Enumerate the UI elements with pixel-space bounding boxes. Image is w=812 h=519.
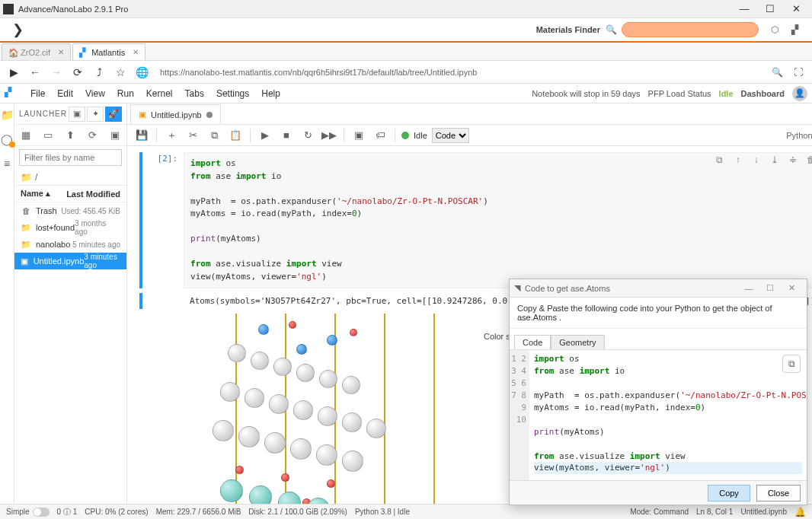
tab-label: ZrO2.cif	[21, 48, 50, 57]
cut-icon[interactable]: ✂	[184, 127, 201, 144]
stop-icon[interactable]: ■	[278, 127, 295, 144]
modal-tab-code[interactable]: Code	[514, 335, 551, 349]
mode-status: Mode: Command	[630, 508, 689, 516]
home-icon: 🏠	[8, 48, 18, 57]
menu-view[interactable]: View	[79, 88, 111, 99]
menu-file[interactable]: File	[24, 88, 51, 99]
tab-label: Matlantis	[91, 48, 125, 57]
file-row-untitled[interactable]: ▣ Untitled.ipynb 3 minutes ago	[14, 253, 126, 269]
move-down-icon[interactable]: ↓	[750, 154, 762, 166]
copy-icon[interactable]: ⧉	[782, 355, 801, 373]
file-row-trash[interactable]: 🗑 Trash Used: 456.45 KiB	[14, 202, 126, 219]
copy-icon[interactable]: ⧉	[206, 127, 222, 144]
diagnostics[interactable]: 0 ⓘ 1	[57, 507, 78, 517]
breadcrumb[interactable]: 📁 /	[14, 169, 126, 186]
close-icon[interactable]: ✕	[133, 48, 139, 56]
hex-icon[interactable]: ⬡	[768, 23, 782, 37]
filter-input[interactable]	[19, 149, 122, 166]
simple-toggle[interactable]: Simple	[6, 508, 50, 517]
close-icon[interactable]: ✕	[58, 48, 64, 56]
new-file-icon[interactable]: ▭	[40, 128, 56, 143]
modal-app-icon: ◥	[514, 283, 520, 293]
menu-tabs[interactable]: Tabs	[179, 88, 210, 99]
modal-minimize[interactable]: —	[738, 284, 759, 293]
launcher-btn-1[interactable]: ▣	[69, 107, 85, 122]
paste-icon[interactable]: 📋	[227, 127, 244, 144]
reload-icon[interactable]: ⟳	[70, 65, 85, 80]
kernel-label[interactable]: Python 3.8	[786, 131, 812, 140]
restart-icon[interactable]: ↻	[299, 127, 316, 144]
launcher-btn-rocket[interactable]: 🚀	[105, 107, 122, 122]
new-folder-icon[interactable]: ▦	[18, 128, 34, 143]
minimize-button[interactable]: —	[731, 1, 757, 18]
star-icon[interactable]: ☆	[113, 65, 128, 80]
maximize-button[interactable]: ☐	[757, 1, 783, 18]
forward-icon[interactable]: →	[49, 65, 64, 80]
expand-chevron-icon[interactable]: ❯	[8, 21, 28, 38]
code-cell[interactable]: [2]: import os from ase import io myPath…	[139, 152, 812, 288]
close-button[interactable]: Close	[756, 485, 801, 501]
code-icon[interactable]: ▣	[350, 127, 367, 144]
tab-zro2[interactable]: 🏠 ZrO2.cif ✕	[2, 43, 71, 60]
cell-tag-icon[interactable]: 🏷	[372, 127, 388, 144]
play-icon[interactable]: ▶	[6, 65, 21, 80]
modal-close[interactable]: ✕	[781, 283, 802, 293]
upload-icon[interactable]: ⬆	[62, 128, 78, 143]
fullscreen-icon[interactable]: ⛶	[791, 65, 806, 80]
download-icon[interactable]: ⤓	[769, 154, 781, 166]
modal-maximize[interactable]: ☐	[759, 283, 781, 293]
jupyter-logo-icon: ▞	[5, 87, 18, 100]
add-cell-icon[interactable]: ＋	[163, 127, 180, 144]
running-icon[interactable]: ◯	[0, 132, 14, 146]
menu-edit[interactable]: Edit	[51, 88, 79, 99]
menu-run[interactable]: Run	[111, 88, 140, 99]
back-icon[interactable]: ←	[27, 65, 43, 80]
launcher-header: LAUNCHER ▣ ✦ 🚀	[14, 103, 126, 125]
copy-button[interactable]: Copy	[708, 485, 750, 501]
trash-icon: 🗑	[21, 206, 31, 215]
upload-icon[interactable]: ⤴	[91, 65, 107, 80]
modal-titlebar[interactable]: ◥ Code to get ase.Atoms — ☐ ✕	[510, 279, 807, 298]
cell-selection-bar	[139, 152, 142, 288]
folder-icon[interactable]: 📁	[0, 108, 14, 122]
move-up-icon[interactable]: ↑	[732, 154, 744, 166]
col-name[interactable]: Name ▴	[21, 189, 66, 199]
cell-type-select[interactable]: Code	[432, 128, 469, 143]
menu-kernel[interactable]: Kernel	[140, 88, 179, 99]
search-icon[interactable]: 🔍	[769, 65, 785, 80]
save-icon[interactable]: 💾	[133, 127, 150, 144]
finder-input[interactable]	[622, 22, 759, 37]
atoms-visualization[interactable]	[182, 314, 502, 519]
file-row-lostfound[interactable]: 📁 lost+found 3 months ago	[14, 219, 126, 236]
logo-icon[interactable]: ▞	[788, 23, 801, 37]
run-all-icon[interactable]: ▶▶	[321, 127, 337, 144]
search-icon[interactable]: 🔍	[605, 24, 617, 36]
duplicate-icon[interactable]: ⧉	[714, 154, 726, 166]
line-gutter: 1 2 3 4 5 6 7 8 9 10	[510, 350, 529, 480]
notebook-tab[interactable]: ▣ Untitled.ipynb	[130, 104, 221, 124]
file-row-nanolabo[interactable]: 📁 nanolabo 5 minutes ago	[14, 236, 126, 253]
dashboard-link[interactable]: Dashboard	[741, 89, 785, 98]
menu-settings[interactable]: Settings	[210, 88, 255, 99]
menu-help[interactable]: Help	[255, 88, 286, 99]
run-icon[interactable]: ▶	[257, 127, 273, 144]
col-modified[interactable]: Last Modified	[66, 189, 120, 199]
launcher-btn-2[interactable]: ✦	[87, 107, 104, 122]
refresh-icon[interactable]: ⟳	[85, 128, 101, 143]
cell-prompt: [2]:	[147, 152, 184, 288]
user-avatar-icon[interactable]: 👤	[792, 86, 807, 101]
more-icon[interactable]: ▣	[107, 128, 123, 143]
idle-status: Idle	[719, 89, 734, 98]
close-button[interactable]: ✕	[783, 1, 809, 18]
url-field[interactable]: https://nanolabo-test.matlantis.com/nb/q…	[155, 68, 763, 77]
insert-icon[interactable]: ≑	[787, 154, 799, 166]
delete-icon[interactable]: 🗑	[805, 154, 812, 166]
modal-tab-geometry[interactable]: Geometry	[551, 335, 604, 349]
bell-icon[interactable]: 🔔	[794, 507, 806, 517]
cell-code[interactable]: import os from ase import io myPath = os…	[184, 152, 812, 288]
globe-icon[interactable]: 🌐	[134, 65, 149, 80]
materials-finder-label: Materials Finder	[536, 25, 600, 34]
modal-source[interactable]: import os from ase import io myPath = os…	[529, 350, 807, 480]
list-icon[interactable]: ≡	[0, 157, 14, 170]
tab-matlantis[interactable]: ▞ Matlantis ✕	[72, 43, 145, 60]
